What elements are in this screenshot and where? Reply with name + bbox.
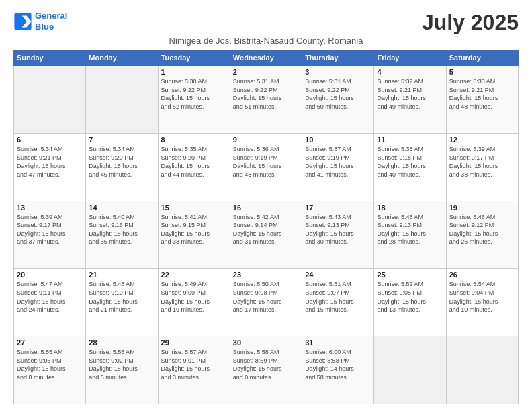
cell-daylight-info: Sunrise: 5:38 AMSunset: 9:18 PMDaylight:… bbox=[377, 145, 443, 179]
calendar-week-row: 1Sunrise: 5:30 AMSunset: 9:22 PMDaylight… bbox=[14, 66, 519, 134]
cell-daylight-info: Sunrise: 5:45 AMSunset: 9:13 PMDaylight:… bbox=[377, 213, 443, 246]
cell-day-number: 6 bbox=[17, 136, 83, 144]
header-wednesday: Wednesday bbox=[230, 50, 302, 66]
logo-icon bbox=[13, 12, 32, 31]
calendar-week-row: 20Sunrise: 5:47 AMSunset: 9:11 PMDayligh… bbox=[14, 269, 519, 336]
cell-daylight-info: Sunrise: 5:56 AMSunset: 9:02 PMDaylight:… bbox=[89, 348, 154, 381]
logo-text: General Blue bbox=[35, 11, 67, 32]
header-tuesday: Tuesday bbox=[158, 50, 230, 66]
cell-daylight-info: Sunrise: 5:43 AMSunset: 9:13 PMDaylight:… bbox=[305, 213, 371, 246]
cell-daylight-info: Sunrise: 5:47 AMSunset: 9:11 PMDaylight:… bbox=[17, 280, 83, 314]
table-row bbox=[86, 66, 158, 134]
header-saturday: Saturday bbox=[446, 50, 518, 66]
table-row: 14Sunrise: 5:40 AMSunset: 9:16 PMDayligh… bbox=[86, 201, 158, 269]
calendar-week-row: 6Sunrise: 5:34 AMSunset: 9:21 PMDaylight… bbox=[14, 133, 519, 201]
cell-day-number: 21 bbox=[89, 271, 154, 279]
cell-daylight-info: Sunrise: 5:55 AMSunset: 9:03 PMDaylight:… bbox=[17, 348, 83, 381]
table-row: 17Sunrise: 5:43 AMSunset: 9:13 PMDayligh… bbox=[302, 201, 374, 269]
table-row: 16Sunrise: 5:42 AMSunset: 9:14 PMDayligh… bbox=[230, 201, 302, 269]
table-row: 27Sunrise: 5:55 AMSunset: 9:03 PMDayligh… bbox=[14, 336, 86, 404]
cell-daylight-info: Sunrise: 5:42 AMSunset: 9:14 PMDaylight:… bbox=[233, 213, 299, 246]
table-row: 8Sunrise: 5:35 AMSunset: 9:20 PMDaylight… bbox=[158, 133, 230, 201]
cell-day-number: 27 bbox=[17, 338, 83, 347]
cell-day-number: 3 bbox=[305, 68, 371, 76]
table-row: 25Sunrise: 5:52 AMSunset: 9:05 PMDayligh… bbox=[374, 269, 446, 336]
cell-daylight-info: Sunrise: 5:48 AMSunset: 9:10 PMDaylight:… bbox=[89, 280, 154, 314]
cell-day-number: 4 bbox=[377, 68, 443, 76]
cell-daylight-info: Sunrise: 5:46 AMSunset: 9:12 PMDaylight:… bbox=[449, 213, 515, 246]
cell-day-number: 11 bbox=[377, 136, 443, 144]
cell-daylight-info: Sunrise: 5:33 AMSunset: 9:21 PMDaylight:… bbox=[449, 77, 515, 111]
table-row: 28Sunrise: 5:56 AMSunset: 9:02 PMDayligh… bbox=[86, 336, 158, 404]
cell-day-number: 8 bbox=[161, 136, 227, 144]
cell-day-number: 26 bbox=[449, 271, 515, 279]
cell-day-number: 16 bbox=[233, 203, 299, 212]
table-row: 30Sunrise: 5:58 AMSunset: 8:59 PMDayligh… bbox=[230, 336, 302, 404]
cell-day-number: 24 bbox=[305, 271, 371, 279]
cell-daylight-info: Sunrise: 5:31 AMSunset: 9:22 PMDaylight:… bbox=[305, 77, 371, 111]
table-row: 13Sunrise: 5:39 AMSunset: 9:17 PMDayligh… bbox=[14, 201, 86, 269]
header-friday: Friday bbox=[374, 50, 446, 66]
table-row: 7Sunrise: 5:34 AMSunset: 9:20 PMDaylight… bbox=[86, 133, 158, 201]
table-row: 11Sunrise: 5:38 AMSunset: 9:18 PMDayligh… bbox=[374, 133, 446, 201]
cell-daylight-info: Sunrise: 5:34 AMSunset: 9:21 PMDaylight:… bbox=[17, 145, 83, 179]
logo: General Blue bbox=[13, 11, 67, 32]
cell-daylight-info: Sunrise: 5:40 AMSunset: 9:16 PMDaylight:… bbox=[89, 213, 154, 246]
header-monday: Monday bbox=[86, 50, 158, 66]
table-row bbox=[14, 66, 86, 134]
month-title: July 2025 bbox=[422, 11, 519, 34]
table-row: 18Sunrise: 5:45 AMSunset: 9:13 PMDayligh… bbox=[374, 201, 446, 269]
table-row: 15Sunrise: 5:41 AMSunset: 9:15 PMDayligh… bbox=[158, 201, 230, 269]
cell-daylight-info: Sunrise: 5:54 AMSunset: 9:04 PMDaylight:… bbox=[449, 280, 515, 314]
cell-day-number: 25 bbox=[377, 271, 443, 279]
calendar: Sunday Monday Tuesday Wednesday Thursday… bbox=[13, 50, 519, 404]
table-row: 6Sunrise: 5:34 AMSunset: 9:21 PMDaylight… bbox=[14, 133, 86, 201]
cell-daylight-info: Sunrise: 5:35 AMSunset: 9:20 PMDaylight:… bbox=[161, 145, 227, 179]
cell-daylight-info: Sunrise: 5:58 AMSunset: 8:59 PMDaylight:… bbox=[233, 348, 299, 381]
table-row: 19Sunrise: 5:46 AMSunset: 9:12 PMDayligh… bbox=[446, 201, 518, 269]
cell-day-number: 19 bbox=[449, 203, 515, 212]
table-row: 20Sunrise: 5:47 AMSunset: 9:11 PMDayligh… bbox=[14, 269, 86, 336]
cell-day-number: 9 bbox=[233, 136, 299, 144]
table-row bbox=[446, 336, 518, 404]
cell-daylight-info: Sunrise: 5:39 AMSunset: 9:17 PMDaylight:… bbox=[17, 213, 83, 246]
cell-day-number: 28 bbox=[89, 338, 154, 347]
cell-day-number: 15 bbox=[161, 203, 227, 212]
table-row: 2Sunrise: 5:31 AMSunset: 9:22 PMDaylight… bbox=[230, 66, 302, 134]
table-row: 29Sunrise: 5:57 AMSunset: 9:01 PMDayligh… bbox=[158, 336, 230, 404]
table-row: 1Sunrise: 5:30 AMSunset: 9:22 PMDaylight… bbox=[158, 66, 230, 134]
cell-daylight-info: Sunrise: 5:51 AMSunset: 9:07 PMDaylight:… bbox=[305, 280, 371, 314]
table-row: 3Sunrise: 5:31 AMSunset: 9:22 PMDaylight… bbox=[302, 66, 374, 134]
cell-daylight-info: Sunrise: 6:00 AMSunset: 8:58 PMDaylight:… bbox=[305, 348, 371, 381]
cell-day-number: 22 bbox=[161, 271, 227, 279]
table-row: 24Sunrise: 5:51 AMSunset: 9:07 PMDayligh… bbox=[302, 269, 374, 336]
cell-day-number: 13 bbox=[17, 203, 83, 212]
cell-daylight-info: Sunrise: 5:39 AMSunset: 9:17 PMDaylight:… bbox=[449, 145, 515, 179]
table-row: 12Sunrise: 5:39 AMSunset: 9:17 PMDayligh… bbox=[446, 133, 518, 201]
cell-daylight-info: Sunrise: 5:49 AMSunset: 9:09 PMDaylight:… bbox=[161, 280, 227, 314]
table-row bbox=[374, 336, 446, 404]
subtitle: Nimigea de Jos, Bistrita-Nasaud County, … bbox=[13, 36, 519, 46]
table-row: 10Sunrise: 5:37 AMSunset: 9:19 PMDayligh… bbox=[302, 133, 374, 201]
table-row: 4Sunrise: 5:32 AMSunset: 9:21 PMDaylight… bbox=[374, 66, 446, 134]
calendar-week-row: 27Sunrise: 5:55 AMSunset: 9:03 PMDayligh… bbox=[14, 336, 519, 404]
cell-daylight-info: Sunrise: 5:32 AMSunset: 9:21 PMDaylight:… bbox=[377, 77, 443, 111]
cell-day-number: 17 bbox=[305, 203, 371, 212]
calendar-header-row: Sunday Monday Tuesday Wednesday Thursday… bbox=[14, 50, 519, 66]
cell-daylight-info: Sunrise: 5:50 AMSunset: 9:08 PMDaylight:… bbox=[233, 280, 299, 314]
cell-day-number: 23 bbox=[233, 271, 299, 279]
cell-day-number: 10 bbox=[305, 136, 371, 144]
cell-daylight-info: Sunrise: 5:52 AMSunset: 9:05 PMDaylight:… bbox=[377, 280, 443, 314]
calendar-week-row: 13Sunrise: 5:39 AMSunset: 9:17 PMDayligh… bbox=[14, 201, 519, 269]
cell-day-number: 20 bbox=[17, 271, 83, 279]
cell-daylight-info: Sunrise: 5:31 AMSunset: 9:22 PMDaylight:… bbox=[233, 77, 299, 111]
cell-daylight-info: Sunrise: 5:36 AMSunset: 9:19 PMDaylight:… bbox=[233, 145, 299, 179]
cell-day-number: 31 bbox=[305, 338, 371, 347]
cell-daylight-info: Sunrise: 5:57 AMSunset: 9:01 PMDaylight:… bbox=[161, 348, 227, 381]
logo-line2: Blue bbox=[35, 21, 54, 32]
cell-daylight-info: Sunrise: 5:37 AMSunset: 9:19 PMDaylight:… bbox=[305, 145, 371, 179]
cell-daylight-info: Sunrise: 5:41 AMSunset: 9:15 PMDaylight:… bbox=[161, 213, 227, 246]
cell-day-number: 7 bbox=[89, 136, 154, 144]
table-row: 26Sunrise: 5:54 AMSunset: 9:04 PMDayligh… bbox=[446, 269, 518, 336]
cell-day-number: 5 bbox=[449, 68, 515, 76]
